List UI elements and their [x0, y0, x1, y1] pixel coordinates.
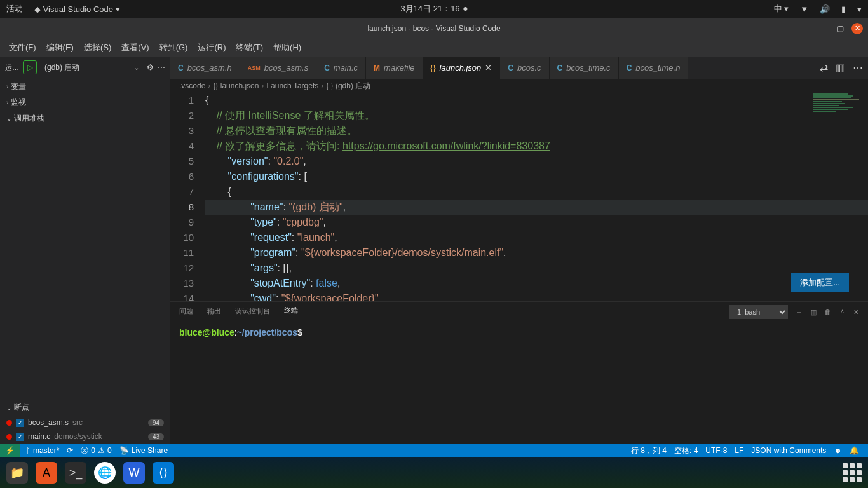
notifications-icon[interactable]: 🔔	[846, 445, 863, 456]
maximize-panel-icon[interactable]: ＾	[839, 308, 846, 317]
encoding[interactable]: UTF-8	[702, 445, 731, 456]
breakpoint-dot-icon	[6, 434, 12, 440]
breakpoint-count: 94	[148, 419, 164, 426]
panel-tab[interactable]: 调试控制台	[235, 306, 270, 318]
terminal[interactable]: bluce@bluce:~/project/bcos$	[170, 322, 868, 444]
menu-item[interactable]: 查看(V)	[116, 42, 154, 53]
file-icon: {}	[431, 64, 436, 72]
breakpoint-item[interactable]: ✓main.cdemos/systick43	[0, 430, 170, 444]
menu-item[interactable]: 帮助(H)	[268, 42, 306, 53]
window-title: launch.json - bcos - Visual Studio Code	[367, 24, 500, 33]
terminal-app[interactable]: >_	[65, 462, 86, 484]
vscode-app[interactable]: ⟨⟩	[153, 462, 174, 484]
battery-icon[interactable]: ▮	[841, 4, 846, 14]
debug-config-select[interactable]: (gdb) 启动⌄	[41, 60, 143, 74]
menu-item[interactable]: 转到(G)	[154, 42, 193, 53]
compare-changes-icon[interactable]: ⇄	[820, 62, 828, 74]
live-share[interactable]: 📡 Live Share	[116, 446, 172, 455]
volume-icon[interactable]: 🔊	[820, 4, 830, 14]
cursor-position[interactable]: 行 8，列 4	[627, 445, 670, 456]
breakpoint-checkbox[interactable]: ✓	[16, 419, 24, 427]
breadcrumb-item[interactable]: { } (gdb) 启动	[326, 81, 370, 92]
new-terminal-icon[interactable]: ＋	[796, 308, 803, 317]
breakpoint-file: main.c	[28, 432, 50, 441]
breakpoint-file: bcos_asm.s	[28, 418, 69, 427]
breakpoint-count: 43	[148, 433, 164, 440]
statusbar: ⚡ ᚴ master* ⟳ ⓧ 0 ⚠ 0 📡 Live Share 行 8，列…	[0, 444, 868, 458]
editor-tab[interactable]: {}launch.json✕	[423, 57, 501, 79]
feedback-icon[interactable]: ☻	[830, 445, 846, 456]
show-applications[interactable]	[843, 463, 862, 482]
panel-tab[interactable]: 输出	[207, 306, 221, 318]
problems-status[interactable]: ⓧ 0 ⚠ 0	[77, 445, 115, 456]
menu-item[interactable]: 选择(S)	[79, 42, 116, 53]
panel-tab[interactable]: 终端	[284, 306, 298, 318]
editor-area: Cbcos_asm.hASMbcos_asm.sCmain.cMmakefile…	[170, 57, 868, 444]
breadcrumb-item[interactable]: {} launch.json	[213, 81, 259, 90]
editor-tab[interactable]: Cmain.c	[316, 57, 366, 79]
breadcrumb-item[interactable]: Launch Targets	[266, 81, 318, 90]
watch-section[interactable]: ›监视	[0, 95, 170, 111]
tab-label: bcos_asm.s	[264, 63, 308, 72]
menu-item[interactable]: 编辑(E)	[41, 42, 79, 53]
more-actions-icon[interactable]: ⋯	[853, 62, 863, 74]
file-icon: C	[508, 64, 513, 72]
breadcrumb[interactable]: .vscode›{} launch.json›Launch Targets›{ …	[170, 79, 868, 93]
indentation[interactable]: 空格: 4	[670, 445, 702, 456]
power-menu[interactable]: ▾	[857, 4, 862, 14]
notification-dot	[464, 7, 468, 11]
variables-section[interactable]: ›变量	[0, 79, 170, 95]
debug-more-icon[interactable]: ⋯	[158, 63, 165, 72]
remote-indicator[interactable]: ⚡	[0, 444, 20, 458]
gnome-topbar: 活动 ◆ Visual Studio Code ▾ 3月14日 21：16 中 …	[0, 0, 868, 18]
close-tab-icon[interactable]: ✕	[485, 63, 492, 72]
kill-terminal-icon[interactable]: 🗑	[824, 308, 831, 316]
editor-tab[interactable]: Mmakefile	[366, 57, 423, 79]
window-titlebar: launch.json - bcos - Visual Studio Code …	[0, 18, 868, 39]
git-branch[interactable]: ᚴ master*	[22, 446, 63, 455]
tab-label: bcos_asm.h	[187, 63, 232, 72]
panel-tab[interactable]: 问题	[179, 306, 193, 318]
breakpoints-section[interactable]: ⌄断点	[0, 400, 170, 416]
clock[interactable]: 3月14日 21：16	[400, 3, 459, 15]
menu-item[interactable]: 终端(T)	[231, 42, 268, 53]
editor-tab[interactable]: Cbcos_asm.h	[170, 57, 240, 79]
editor-tab[interactable]: Cbcos_time.h	[619, 57, 689, 79]
files-app[interactable]: 📁	[6, 462, 28, 484]
app-menu[interactable]: ◆ Visual Studio Code ▾	[34, 4, 120, 14]
breakpoint-dir: demos/systick	[54, 432, 102, 441]
add-configuration-button[interactable]: 添加配置...	[791, 273, 849, 292]
eol[interactable]: LF	[731, 445, 747, 456]
git-sync[interactable]: ⟳	[63, 446, 77, 455]
maximize-button[interactable]: ▢	[837, 24, 844, 33]
menu-item[interactable]: 运行(R)	[193, 42, 231, 53]
code-editor[interactable]: 123456789101112131415 { // 使用 IntelliSen…	[170, 93, 868, 301]
editor-tab[interactable]: ASMbcos_asm.s	[240, 57, 316, 79]
editor-tab[interactable]: Cbcos.c	[500, 57, 549, 79]
minimize-button[interactable]: —	[822, 24, 829, 33]
breakpoint-item[interactable]: ✓bcos_asm.ssrc94	[0, 416, 170, 430]
tab-label: launch.json	[440, 63, 482, 72]
chrome-app[interactable]: 🌐	[94, 462, 116, 484]
wps-app[interactable]: W	[123, 462, 145, 484]
debug-sidebar: 运… ▷ (gdb) 启动⌄ ⚙ ⋯ ›变量 ›监视 ⌄调用堆栈 ⌄断点 ✓bc…	[0, 57, 170, 444]
wifi-icon[interactable]: ▼	[800, 4, 808, 14]
language-mode[interactable]: JSON with Comments	[747, 445, 830, 456]
split-editor-icon[interactable]: ▥	[836, 62, 845, 74]
editor-tab[interactable]: Cbcos_time.c	[550, 57, 619, 79]
start-debug-button[interactable]: ▷	[23, 60, 37, 74]
close-button[interactable]: ✕	[851, 23, 863, 34]
run-view-label: 运…	[5, 63, 19, 72]
breakpoint-checkbox[interactable]: ✓	[16, 433, 24, 441]
ubuntu-software-app[interactable]: A	[36, 462, 57, 484]
tab-label: bcos_time.c	[566, 63, 610, 72]
debug-settings-icon[interactable]: ⚙	[147, 63, 154, 72]
close-panel-icon[interactable]: ✕	[853, 308, 859, 316]
activities-button[interactable]: 活动	[6, 3, 23, 15]
menu-item[interactable]: 文件(F)	[4, 42, 41, 53]
breadcrumb-item[interactable]: .vscode	[179, 81, 205, 90]
terminal-select[interactable]: 1: bash	[729, 305, 788, 319]
input-method[interactable]: 中 ▾	[774, 3, 789, 15]
callstack-section[interactable]: ⌄调用堆栈	[0, 111, 170, 126]
split-terminal-icon[interactable]: ▥	[810, 308, 817, 316]
